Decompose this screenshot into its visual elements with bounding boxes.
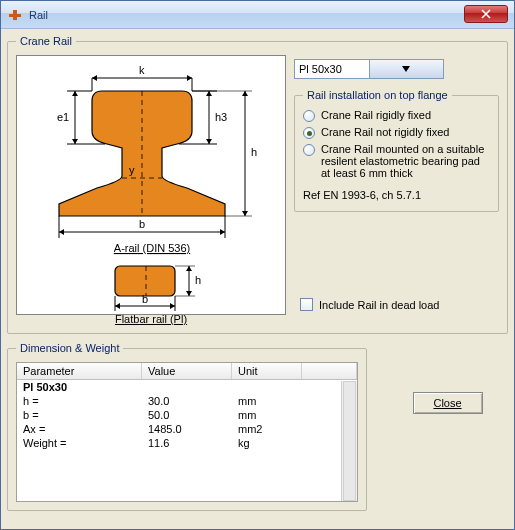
table-row: Ax = 1485.0 mm2 <box>17 422 357 436</box>
radio-elastomeric-pad[interactable]: Crane Rail mounted on a suitable resilen… <box>303 141 490 181</box>
svg-text:h: h <box>251 146 257 158</box>
svg-rect-25 <box>115 266 175 296</box>
a-rail-caption: A-rail (DIN 536) <box>114 242 190 254</box>
crane-rail-legend: Crane Rail <box>16 35 76 47</box>
radio-icon <box>303 144 315 156</box>
dimension-weight-group: Dimension & Weight Parameter Value Unit … <box>7 342 367 511</box>
dimension-weight-legend: Dimension & Weight <box>16 342 123 354</box>
rail-install-legend: Rail installation on top flange <box>303 89 452 101</box>
rail-type-select[interactable]: Pl 50x30 <box>294 59 444 79</box>
svg-text:b: b <box>139 218 145 230</box>
table-row: Pl 50x30 <box>17 380 357 394</box>
radio-icon <box>303 127 315 139</box>
svg-text:h: h <box>195 274 201 286</box>
checkbox-icon <box>300 298 313 311</box>
dimension-table: Parameter Value Unit Pl 50x30 h = 30.0 m… <box>16 362 358 502</box>
rail-diagram: k e1 h3 h <box>16 55 286 315</box>
app-icon <box>7 7 23 23</box>
svg-text:k: k <box>139 64 145 76</box>
close-button[interactable]: Close <box>413 392 483 414</box>
window-close-button[interactable] <box>464 5 508 23</box>
table-scrollbar[interactable] <box>341 381 357 501</box>
rail-install-group: Rail installation on top flange Crane Ra… <box>294 89 499 212</box>
svg-rect-1 <box>13 10 17 20</box>
table-row: Weight = 11.6 kg <box>17 436 357 450</box>
table-header: Parameter Value Unit <box>17 363 357 380</box>
svg-text:h3: h3 <box>215 111 227 123</box>
radio-icon <box>303 110 315 122</box>
titlebar: Rail <box>1 1 514 29</box>
window-title: Rail <box>29 9 48 21</box>
chevron-down-icon <box>369 60 444 78</box>
radio-rigidly-fixed[interactable]: Crane Rail rigidly fixed <box>303 107 490 124</box>
crane-rail-group: Crane Rail <box>7 35 508 334</box>
radio-not-rigidly-fixed[interactable]: Crane Rail not rigidly fixed <box>303 124 490 141</box>
table-row: b = 50.0 mm <box>17 408 357 422</box>
table-row: h = 30.0 mm <box>17 394 357 408</box>
rail-type-value: Pl 50x30 <box>295 63 369 75</box>
svg-text:y: y <box>129 164 135 176</box>
rail-dialog: Rail Crane Rail <box>0 0 515 530</box>
include-dead-load-checkbox[interactable]: Include Rail in dead load <box>300 298 499 311</box>
svg-text:e1: e1 <box>57 111 69 123</box>
install-ref-text: Ref EN 1993-6, ch 5.7.1 <box>303 189 490 201</box>
svg-text:b: b <box>142 293 148 305</box>
